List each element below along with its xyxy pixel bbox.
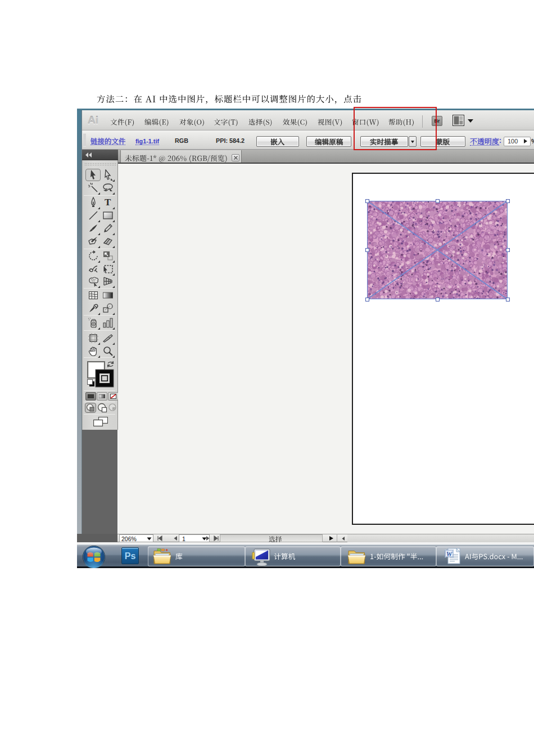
svg-text:W: W (446, 550, 453, 558)
